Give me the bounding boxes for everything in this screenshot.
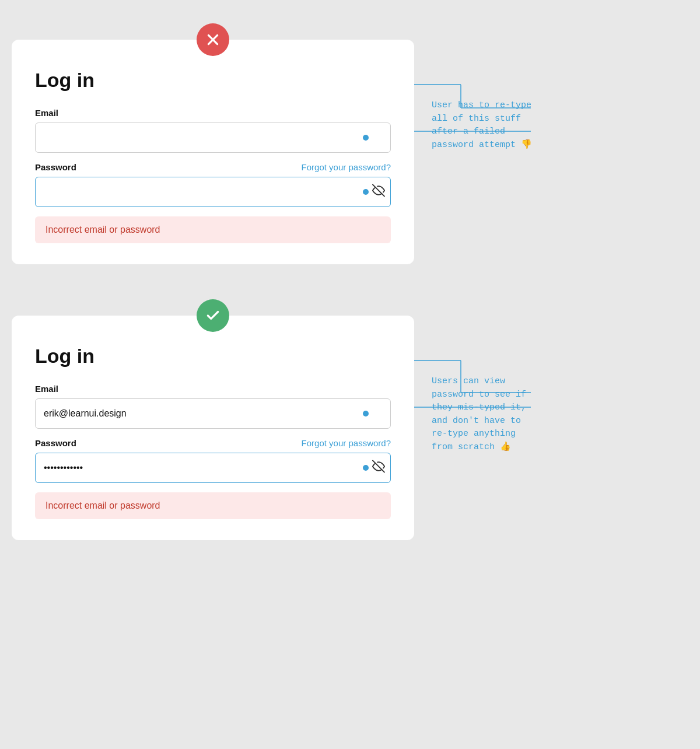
good-section-container: Log in Email Password Forgot your passwo… (12, 299, 653, 540)
bad-email-input[interactable] (35, 123, 391, 153)
bad-password-dot (363, 189, 369, 195)
good-forgot-link[interactable]: Forgot your password? (302, 438, 391, 448)
good-eye-icon[interactable] (372, 460, 385, 476)
bad-email-dot (363, 135, 369, 141)
bad-password-input[interactable] (35, 177, 391, 207)
bad-section-row: Log in Email Password Forgot your passwo… (12, 23, 653, 264)
good-password-wrapper (35, 453, 391, 483)
good-password-row: Password Forgot your password? (35, 438, 391, 448)
page-wrapper: Log in Email Password Forgot your passwo… (12, 23, 688, 540)
bad-password-wrapper (35, 177, 391, 207)
bad-card: Log in Email Password Forgot your passwo… (12, 40, 414, 264)
bad-card-title: Log in (35, 69, 391, 92)
check-icon (205, 308, 220, 323)
bad-annotation-text: User has to re-type all of this stuff af… (432, 99, 618, 152)
good-email-dot (363, 411, 369, 416)
x-icon (205, 32, 220, 47)
good-password-input[interactable] (35, 453, 391, 483)
bad-forgot-link[interactable]: Forgot your password? (302, 162, 391, 172)
good-email-label: Email (35, 384, 391, 394)
bad-annotation-area: User has to re-type all of this stuff af… (432, 23, 618, 152)
good-annotation-text: Users can view password to see if they m… (432, 375, 618, 454)
good-card: Log in Email Password Forgot your passwo… (12, 316, 414, 540)
bad-badge (197, 23, 229, 56)
good-password-label: Password (35, 438, 76, 448)
good-error-text: Incorrect email or password (46, 501, 160, 510)
bad-email-label: Email (35, 108, 391, 118)
bad-error-text: Incorrect email or password (46, 225, 160, 235)
good-error-banner: Incorrect email or password (35, 492, 391, 519)
good-email-input[interactable] (35, 398, 391, 429)
bad-error-banner: Incorrect email or password (35, 216, 391, 243)
good-password-dot (363, 465, 369, 471)
bad-password-label: Password (35, 162, 76, 172)
bad-password-row: Password Forgot your password? (35, 162, 391, 172)
bad-eye-icon[interactable] (372, 184, 385, 200)
good-card-title: Log in (35, 345, 391, 368)
good-section-row: Log in Email Password Forgot your passwo… (12, 299, 653, 540)
bad-email-wrapper (35, 123, 391, 153)
good-card-wrapper: Log in Email Password Forgot your passwo… (12, 299, 414, 540)
good-badge (197, 299, 229, 332)
bad-card-wrapper: Log in Email Password Forgot your passwo… (12, 23, 414, 264)
bad-section-container: Log in Email Password Forgot your passwo… (12, 23, 653, 264)
good-email-wrapper (35, 398, 391, 429)
good-annotation-area: Users can view password to see if they m… (432, 299, 618, 454)
